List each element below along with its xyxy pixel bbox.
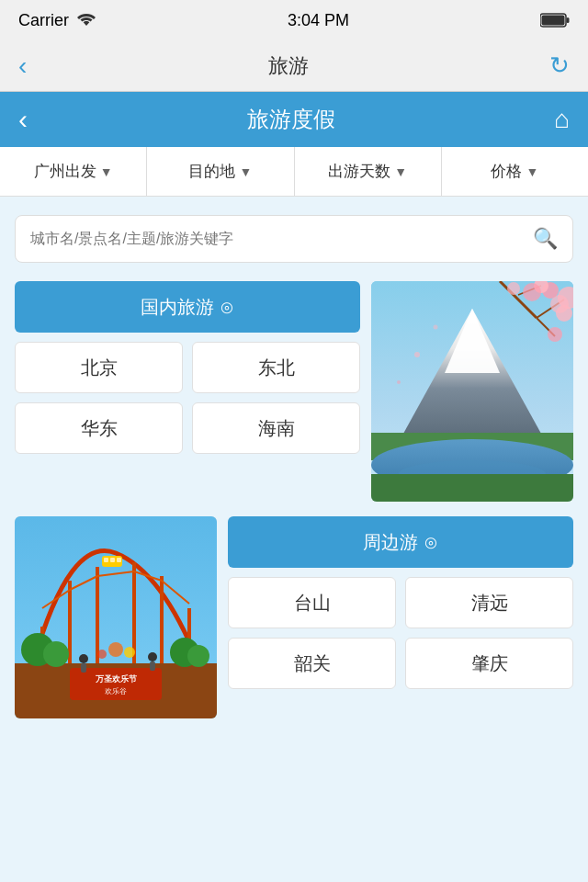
svg-point-12: [523, 283, 541, 301]
filter-price-label: 价格: [491, 161, 522, 182]
filter-destination[interactable]: 目的地 ▼: [147, 147, 294, 196]
sub-nav-bar: ‹ 旅游度假 ⌂: [0, 92, 588, 147]
filter-departure[interactable]: 广州出发 ▼: [0, 147, 147, 196]
tag-dongbei[interactable]: 东北: [192, 342, 360, 393]
svg-point-13: [556, 305, 572, 322]
filter-destination-label: 目的地: [188, 161, 235, 182]
tag-zhaoqing[interactable]: 肇庆: [405, 638, 573, 689]
search-icon: 🔍: [533, 227, 558, 251]
domestic-tags: 北京 东北 华东 海南: [15, 342, 360, 454]
svg-point-49: [108, 642, 123, 657]
svg-rect-1: [567, 17, 570, 23]
domestic-header[interactable]: 国内旅游 ⊙: [15, 281, 360, 333]
tag-qingyuan[interactable]: 清远: [405, 577, 573, 628]
svg-point-43: [43, 641, 69, 667]
nearby-tags: 台山 清远 韶关 肇庆: [228, 577, 573, 689]
search-box[interactable]: 🔍: [15, 215, 573, 263]
nearby-section: 万圣欢乐节 欢乐谷 周边游 ⊙ 台山 清远 韶关 肇庆: [15, 516, 573, 718]
svg-text:欢乐谷: 欢乐谷: [105, 687, 127, 695]
filter-departure-label: 广州出发: [34, 161, 96, 182]
tag-beijing[interactable]: 北京: [15, 342, 183, 393]
svg-point-23: [434, 325, 438, 330]
svg-rect-41: [117, 558, 121, 562]
svg-point-54: [148, 652, 157, 662]
sub-nav-home-button[interactable]: ⌂: [554, 105, 570, 134]
nav-title: 旅游: [268, 52, 309, 80]
svg-point-52: [79, 654, 88, 663]
carrier-label: Carrier: [18, 11, 69, 30]
svg-point-45: [187, 645, 209, 667]
domestic-section: 国内旅游 ⊙ 北京 东北 华东 海南: [15, 281, 573, 502]
filter-departure-arrow: ▼: [100, 164, 113, 179]
filter-days-label: 出游天数: [328, 161, 390, 182]
svg-point-22: [414, 352, 420, 357]
destination-image-panel: [371, 281, 573, 502]
filter-bar: 广州出发 ▼ 目的地 ▼ 出游天数 ▼ 价格 ▼: [0, 147, 588, 197]
svg-rect-53: [81, 663, 86, 673]
svg-point-50: [124, 647, 135, 658]
filter-price-arrow: ▼: [526, 164, 538, 179]
tag-huadong[interactable]: 华东: [15, 402, 183, 454]
battery-icon: [540, 12, 570, 28]
domestic-panel: 国内旅游 ⊙ 北京 东北 华东 海南: [15, 281, 360, 502]
svg-text:万圣欢乐节: 万圣欢乐节: [95, 674, 138, 684]
svg-point-15: [507, 282, 520, 295]
tag-shaoguan[interactable]: 韶关: [228, 638, 396, 689]
tag-taishan[interactable]: 台山: [228, 577, 396, 628]
status-bar-time: 3:04 PM: [288, 11, 349, 30]
svg-rect-21: [371, 474, 573, 502]
wifi-icon: [76, 11, 96, 30]
tag-hainan[interactable]: 海南: [192, 402, 360, 454]
nearby-header[interactable]: 周边游 ⊙: [228, 516, 573, 568]
nearby-right: 周边游 ⊙ 台山 清远 韶关 肇庆: [228, 516, 573, 718]
search-input[interactable]: [30, 231, 533, 247]
svg-rect-39: [104, 558, 108, 562]
svg-point-14: [548, 327, 562, 342]
svg-rect-2: [542, 16, 565, 26]
filter-days[interactable]: 出游天数 ▼: [295, 147, 442, 196]
svg-rect-55: [150, 662, 155, 671]
filter-days-arrow: ▼: [394, 164, 407, 179]
filter-price[interactable]: 价格 ▼: [442, 147, 588, 196]
svg-point-51: [97, 650, 107, 659]
destination-image: [371, 281, 573, 502]
svg-rect-40: [110, 558, 115, 562]
nav-refresh-button[interactable]: ↻: [549, 51, 570, 80]
sub-nav-back-button[interactable]: ‹: [18, 104, 28, 135]
content-area: 🔍 国内旅游 ⊙ 北京 东北 华东 海南: [0, 197, 588, 737]
nav-back-button[interactable]: ‹: [18, 51, 27, 81]
nav-bar: ‹ 旅游 ↻: [0, 40, 588, 92]
status-bar-left: Carrier: [18, 11, 96, 30]
status-bar: Carrier 3:04 PM: [0, 0, 588, 40]
sub-nav-title: 旅游度假: [247, 105, 335, 134]
filter-destination-arrow: ▼: [239, 164, 252, 179]
attraction-image: 万圣欢乐节 欢乐谷: [15, 516, 217, 718]
svg-point-24: [397, 380, 401, 384]
status-bar-right: [540, 12, 570, 28]
